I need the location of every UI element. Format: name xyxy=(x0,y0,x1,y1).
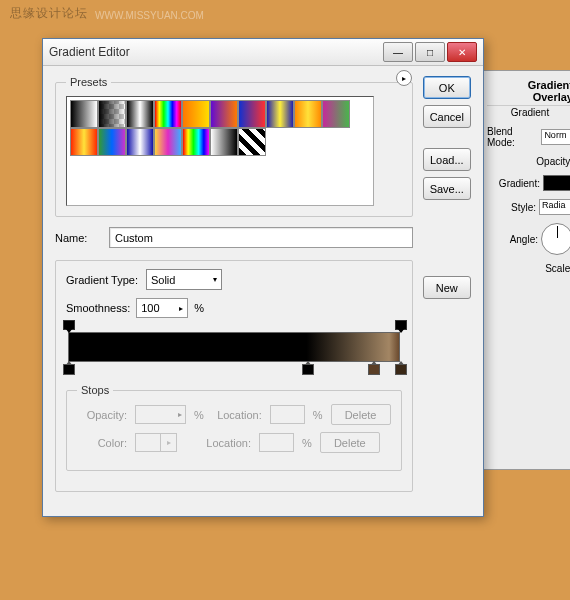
style-value[interactable]: Radia xyxy=(539,199,570,215)
preset-swatch[interactable] xyxy=(154,100,182,128)
close-button[interactable]: ✕ xyxy=(447,42,477,62)
percent-sign: % xyxy=(194,409,204,421)
minimize-button[interactable]: — xyxy=(383,42,413,62)
delete-opacity-stop-button: Delete xyxy=(331,404,391,425)
percent-sign: % xyxy=(194,302,204,314)
gradient-label: Gradient: xyxy=(499,178,540,189)
save-button[interactable]: Save... xyxy=(423,177,471,200)
maximize-button[interactable]: □ xyxy=(415,42,445,62)
preset-swatch[interactable] xyxy=(322,100,350,128)
delete-color-stop-button: Delete xyxy=(320,432,380,453)
blend-mode-label: Blend Mode: xyxy=(487,126,538,148)
presets-menu-icon[interactable]: ▸ xyxy=(396,70,412,86)
titlebar[interactable]: Gradient Editor — □ ✕ xyxy=(43,39,483,66)
preset-swatch[interactable] xyxy=(266,100,294,128)
preset-swatch[interactable] xyxy=(238,100,266,128)
preset-swatch[interactable] xyxy=(70,100,98,128)
gradient-swatch[interactable] xyxy=(543,175,570,191)
smoothness-value: 100 xyxy=(141,302,159,314)
stops-fieldset: Stops Opacity: ▸ % Location: % Delete Co… xyxy=(66,384,402,471)
preset-swatch[interactable] xyxy=(126,100,154,128)
stop-location-label: Location: xyxy=(212,409,262,421)
presets-legend: Presets xyxy=(66,76,111,88)
opacity-stop[interactable] xyxy=(395,320,405,332)
percent-sign: % xyxy=(302,437,312,449)
preset-swatch[interactable] xyxy=(210,100,238,128)
angle-dial[interactable] xyxy=(541,223,570,255)
stop-location-label: Location: xyxy=(201,437,251,449)
color-stop[interactable] xyxy=(63,361,73,375)
gradient-bar[interactable] xyxy=(68,332,400,362)
stop-location-input xyxy=(270,405,305,424)
percent-sign: % xyxy=(313,409,323,421)
color-stop[interactable] xyxy=(368,361,378,375)
dialog-title: Gradient Editor xyxy=(49,45,383,59)
color-stop[interactable] xyxy=(395,361,405,375)
preset-swatch[interactable] xyxy=(70,128,98,156)
load-button[interactable]: Load... xyxy=(423,148,471,171)
name-input[interactable] xyxy=(109,227,413,248)
preset-swatch[interactable] xyxy=(98,100,126,128)
gradient-bar-wrap[interactable] xyxy=(68,332,400,362)
presets-box[interactable] xyxy=(66,96,374,206)
preset-swatch[interactable] xyxy=(126,128,154,156)
preset-swatch[interactable] xyxy=(154,128,182,156)
stop-color-input: ▸ xyxy=(135,433,177,452)
panel-title: Gradient Overlay xyxy=(487,79,570,103)
smoothness-input[interactable]: 100 ▸ xyxy=(136,298,188,318)
style-label: Style: xyxy=(511,202,536,213)
opacity-stop[interactable] xyxy=(63,320,73,332)
opacity-label: Opacity: xyxy=(536,156,570,167)
preset-swatch[interactable] xyxy=(182,128,210,156)
stop-color-label: Color: xyxy=(77,437,127,449)
chevron-down-icon: ▸ xyxy=(179,304,183,313)
preset-swatch[interactable] xyxy=(182,100,210,128)
chevron-down-icon: ▾ xyxy=(213,275,217,284)
stop-opacity-label: Opacity: xyxy=(77,409,127,421)
stops-legend: Stops xyxy=(77,384,113,396)
gradient-overlay-panel: Gradient Overlay Gradient Blend Mode:Nor… xyxy=(480,70,570,470)
name-label: Name: xyxy=(55,232,99,244)
preset-swatch[interactable] xyxy=(210,128,238,156)
cancel-button[interactable]: Cancel xyxy=(423,105,471,128)
panel-subtitle: Gradient xyxy=(487,105,570,118)
preset-swatch[interactable] xyxy=(294,100,322,128)
gradient-type-value: Solid xyxy=(151,274,175,286)
new-button[interactable]: New xyxy=(423,276,471,299)
gradient-type-fieldset: Gradient Type: Solid ▾ Smoothness: 100 ▸… xyxy=(55,260,413,492)
ok-button[interactable]: OK xyxy=(423,76,471,99)
gradient-type-select[interactable]: Solid ▾ xyxy=(146,269,222,290)
smoothness-label: Smoothness: xyxy=(66,302,130,314)
preset-swatch[interactable] xyxy=(98,128,126,156)
preset-swatch[interactable] xyxy=(238,128,266,156)
scale-label: Scale: xyxy=(545,263,570,274)
gradient-type-label: Gradient Type: xyxy=(66,274,138,286)
color-stop[interactable] xyxy=(302,361,312,375)
angle-label: Angle: xyxy=(510,234,538,245)
gradient-editor-dialog: Gradient Editor — □ ✕ Presets ▸ Name: Gr… xyxy=(42,38,484,517)
blend-mode-value[interactable]: Norm xyxy=(541,129,570,145)
watermark-url: WWW.MISSYUAN.COM xyxy=(95,10,204,21)
stop-location-input xyxy=(259,433,294,452)
stop-opacity-input: ▸ xyxy=(135,405,186,424)
watermark-text: 思缘设计论坛 xyxy=(10,5,88,22)
presets-fieldset: Presets ▸ xyxy=(55,76,413,217)
